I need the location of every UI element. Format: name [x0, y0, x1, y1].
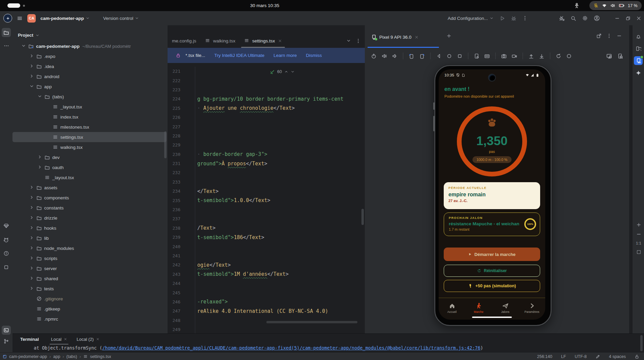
download-icon[interactable] — [539, 53, 545, 59]
chevron-right-icon[interactable] — [29, 205, 35, 210]
caret-position[interactable]: 256:140 — [537, 354, 552, 359]
code-line-244[interactable]: 244 — [168, 279, 365, 288]
start-walk-button[interactable]: Démarrer la marche — [444, 248, 540, 261]
phone-nav-accueil[interactable]: Accueil — [439, 298, 465, 318]
nav-home-icon[interactable] — [446, 53, 452, 59]
unlock-icon[interactable] — [635, 354, 639, 359]
chevron-right-icon[interactable] — [29, 195, 35, 200]
camera-icon[interactable] — [501, 53, 507, 59]
main-menu-icon[interactable] — [17, 15, 23, 21]
code-line-247[interactable]: 247reAlike 4.0 International (CC BY-NC-S… — [168, 306, 365, 316]
more-actions-icon[interactable] — [522, 15, 528, 21]
code-editor[interactable]: 221222223224g bg-primary/10 border borde… — [168, 63, 365, 333]
profiler-icon[interactable] — [559, 15, 565, 21]
code-line-228[interactable]: 228 — [168, 131, 365, 140]
running-devices-button[interactable] — [634, 56, 643, 65]
dismiss-link[interactable]: Dismiss — [306, 53, 322, 58]
tree-item-app[interactable]: app — [12, 81, 168, 92]
chevron-right-icon[interactable] — [29, 74, 35, 79]
reset-button[interactable]: Réinitialiser — [444, 265, 540, 277]
device-tab-pixel9[interactable]: Pixel 9 API 36.0 — [368, 30, 422, 44]
terminal-tool-button[interactable] — [2, 326, 11, 335]
android-studio-logo-icon[interactable] — [3, 14, 12, 23]
code-line-221[interactable]: 221 — [168, 67, 365, 76]
stack-trace-link[interactable]: /home/david/Bureau/CAM podomètre_appli/C… — [102, 345, 480, 351]
chevron-down-icon[interactable] — [37, 94, 43, 99]
try-ultimate-link[interactable]: Try IntelliJ IDEA Ultimate — [214, 53, 265, 58]
terminal-title[interactable]: Terminal — [20, 337, 39, 342]
chevron-right-icon[interactable] — [29, 64, 35, 69]
tree-item-index-tsx[interactable]: index.tsx — [12, 112, 168, 122]
device-display-icon[interactable] — [606, 53, 612, 59]
tree-item--idea[interactable]: .idea — [12, 61, 168, 71]
terminal-tab-local2[interactable]: Local (2) — [73, 334, 103, 345]
hide-panel-icon[interactable] — [617, 33, 622, 39]
tree-item-lib[interactable]: lib — [12, 233, 168, 243]
breadcrumb[interactable]: (tabs) — [66, 354, 77, 359]
build-tool-button[interactable] — [2, 263, 11, 272]
simulate-steps-button[interactable]: +50 pas (simulation) — [444, 280, 540, 292]
chevron-right-icon[interactable] — [29, 235, 35, 241]
chevron-down-icon[interactable] — [21, 43, 27, 49]
breadcrumb[interactable]: cam-pedometer-app — [9, 354, 47, 359]
file-encoding[interactable]: UTF-8 — [575, 354, 587, 359]
notifications-bell-button[interactable] — [634, 32, 643, 41]
project-scrollbar[interactable] — [164, 131, 167, 158]
phone-nav-marche[interactable]: Marche — [465, 298, 492, 318]
chevron-right-icon[interactable] — [37, 155, 43, 160]
learn-more-link[interactable]: Learn more — [273, 53, 297, 58]
tree-item--npmrc[interactable]: .npmrc — [12, 314, 168, 324]
project-avatar[interactable]: CA — [27, 14, 36, 23]
tree-item-dev[interactable]: dev — [12, 152, 168, 162]
phone-settings-icon[interactable] — [474, 53, 479, 59]
code-line-238[interactable]: 238/Text> — [168, 224, 365, 233]
phone-nav-param-tres[interactable]: Paramètres — [519, 298, 545, 318]
code-line-226[interactable]: 226 — [168, 113, 365, 122]
code-line-246[interactable]: 246-relaxed"> — [168, 297, 365, 306]
tree-item--tabs-[interactable]: (tabs) — [12, 92, 168, 102]
tree-item-cam-pedometer-app[interactable]: cam-pedometer-app~/Bureau/CAM podomètr — [12, 41, 168, 51]
reset-icon[interactable] — [556, 53, 561, 59]
tree-item-android[interactable]: android — [12, 71, 168, 81]
run-configuration-selector[interactable]: Add Configuration... — [448, 16, 494, 21]
close-tab-icon[interactable] — [278, 39, 282, 43]
tab-me-config-js[interactable]: me.config.js — [168, 34, 201, 48]
rotate-right-icon[interactable] — [419, 53, 425, 59]
settings-gear-icon[interactable] — [582, 15, 588, 21]
breadcrumb[interactable]: app — [53, 354, 60, 359]
chevron-right-icon[interactable] — [29, 215, 35, 221]
tree-item-milestones-tsx[interactable]: milestones.tsx — [12, 122, 168, 132]
code-line-236[interactable]: 236 — [168, 205, 365, 214]
tree-item-components[interactable]: components — [12, 193, 168, 203]
chevron-right-icon[interactable] — [29, 276, 35, 281]
more-vertical-icon[interactable] — [566, 53, 572, 59]
chevron-right-icon[interactable] — [37, 165, 43, 170]
code-line-249[interactable]: 249 — [168, 325, 365, 333]
code-line-240[interactable]: 240 — [168, 242, 365, 251]
volume-down-icon[interactable] — [392, 53, 398, 59]
gem-tool-button[interactable] — [2, 221, 11, 230]
tree-item--gitkeep[interactable]: .gitkeep — [12, 304, 168, 314]
terminal-tab-local[interactable]: Local — [48, 334, 70, 345]
vcs-selector[interactable]: Version control — [103, 16, 139, 21]
maximize-window-icon[interactable] — [625, 16, 631, 21]
power-icon[interactable] — [371, 53, 377, 59]
project-tool-button[interactable] — [2, 28, 11, 37]
tree-item-walking-tsx[interactable]: walking.tsx — [12, 142, 168, 152]
chevron-right-icon[interactable] — [29, 54, 35, 59]
phone-screen[interactable]: 10:35 en avant ! Podomètre non disponibl… — [439, 69, 545, 320]
search-everywhere-icon[interactable] — [570, 15, 576, 21]
close-device-tab-icon[interactable] — [415, 35, 418, 39]
code-line-237[interactable]: 237 — [168, 214, 365, 223]
tree-item-server[interactable]: server — [12, 263, 168, 273]
code-line-223[interactable]: 223 — [168, 85, 365, 94]
system-clock[interactable]: 30 mars 10:35 — [250, 0, 279, 11]
code-line-242[interactable]: 242ogie</Text> — [168, 260, 365, 269]
add-device-icon[interactable] — [446, 33, 451, 38]
more-tool-windows-button[interactable] — [2, 41, 11, 50]
code-line-227[interactable]: 227 — [168, 122, 365, 131]
id-card-icon[interactable] — [484, 53, 490, 59]
nav-back-icon[interactable] — [436, 53, 442, 59]
code-line-241[interactable]: 241 — [168, 251, 365, 260]
code-line-243[interactable]: 243t-semibold">1M d'années</Text> — [168, 270, 365, 279]
